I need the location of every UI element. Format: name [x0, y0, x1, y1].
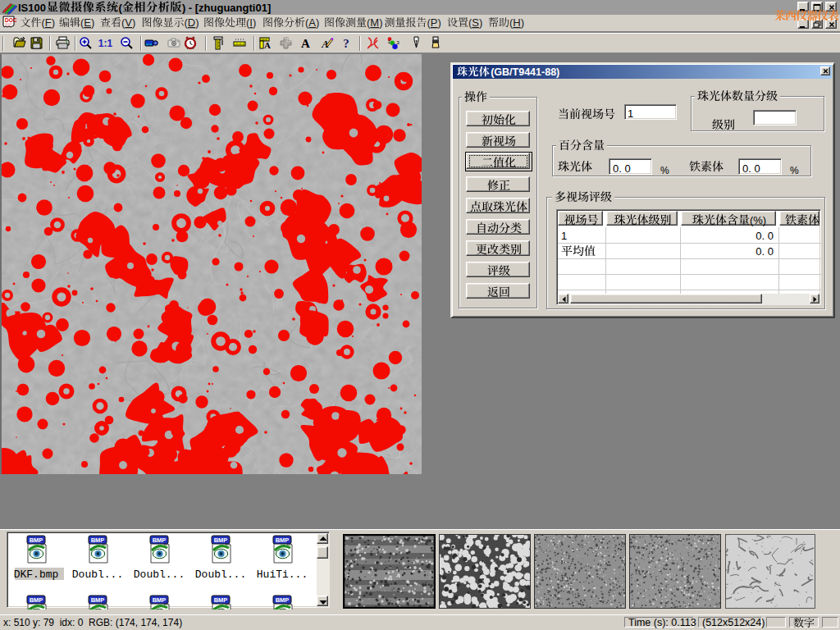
- svg-text:DKF.bmp: DKF.bmp: [14, 568, 59, 581]
- svg-text:Doubl...: Doubl...: [72, 568, 123, 581]
- svg-text:3: 3: [397, 40, 400, 45]
- svg-text:Doubl...: Doubl...: [134, 568, 185, 581]
- svg-text:HuiTi...: HuiTi...: [257, 568, 308, 581]
- svg-text:Doubl...: Doubl...: [195, 568, 246, 581]
- svg-text:A: A: [301, 37, 310, 50]
- svg-text:?: ?: [343, 37, 349, 50]
- svg-text:1:1: 1:1: [98, 38, 112, 49]
- svg-text:A: A: [264, 40, 271, 50]
